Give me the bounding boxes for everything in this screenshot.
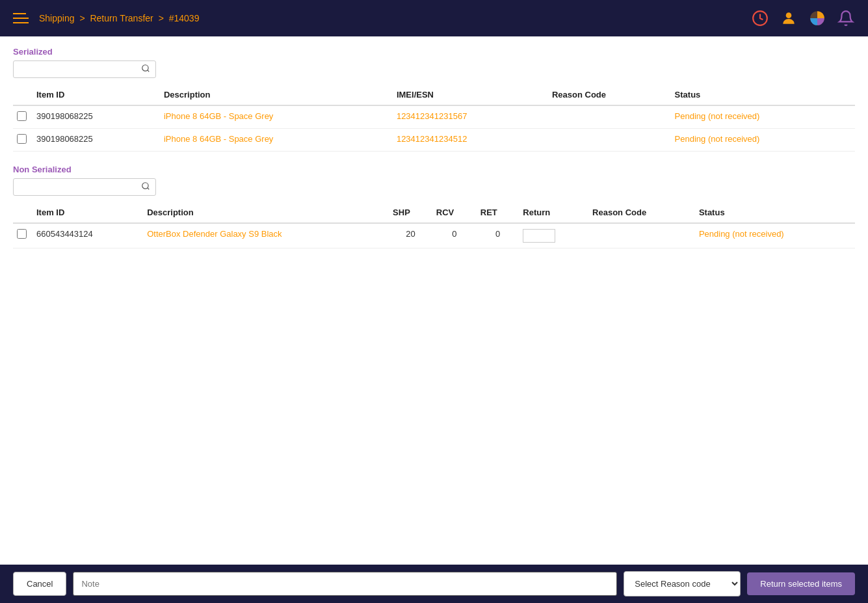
non-serialized-search-input[interactable] [14,179,136,195]
non-serialized-row-checkbox-0[interactable] [17,229,27,239]
chart-icon[interactable] [808,9,826,27]
non-serialized-item-id-0: 660543443124 [33,223,143,248]
non-serialized-table: Item ID Description SHP RCV RET Return R… [13,202,855,248]
breadcrumb: Shipping > Return Transfer > #14039 [39,13,199,23]
non-serialized-col-reason-code: Reason Code [588,202,695,223]
header: Shipping > Return Transfer > #14039 [0,0,868,36]
serialized-col-status: Status [671,85,855,105]
serialized-table-row: 390198068225 iPhone 8 64GB - Space Grey … [13,129,855,152]
serialized-search-bar [13,60,156,78]
svg-line-6 [148,188,150,190]
non-serialized-search-bar [13,178,156,196]
non-serialized-col-check [13,202,33,223]
serialized-row-checkbox-1[interactable] [17,134,27,144]
non-serialized-description-0[interactable]: OtterBox Defender Galaxy S9 Black [143,223,389,248]
serialized-description-0[interactable]: iPhone 8 64GB - Space Grey [160,105,393,129]
cancel-button[interactable]: Cancel [13,572,66,596]
serialized-label: Serialized [13,47,855,57]
serialized-col-check [13,85,33,105]
note-input[interactable] [73,572,617,596]
breadcrumb-sep2: > [159,13,164,23]
serialized-search-button[interactable] [136,61,155,77]
person-icon[interactable] [780,9,798,27]
svg-point-3 [142,65,148,71]
non-serialized-col-return: Return [519,202,588,223]
non-serialized-ret-0: 0 [477,223,519,248]
non-serialized-search-button[interactable] [136,179,155,195]
serialized-description-1[interactable]: iPhone 8 64GB - Space Grey [160,129,393,152]
svg-point-1 [786,12,792,18]
header-left: Shipping > Return Transfer > #14039 [13,13,199,23]
serialized-col-description: Description [160,85,393,105]
serialized-row-checkbox-0[interactable] [17,111,27,121]
non-serialized-col-shp: SHP [389,202,432,223]
non-serialized-col-item-id: Item ID [33,202,143,223]
breadcrumb-order-id: #14039 [169,13,200,23]
breadcrumb-return-transfer[interactable]: Return Transfer [90,13,153,23]
non-serialized-rcv-0: 0 [432,223,477,248]
main-content: Serialized Item ID Description IMEI/ESN … [0,36,868,565]
serialized-col-imei: IMEI/ESN [393,85,548,105]
header-right [751,9,855,27]
return-selected-items-button[interactable]: Return selected items [747,572,855,595]
serialized-table-row: 390198068225 iPhone 8 64GB - Space Grey … [13,105,855,129]
serialized-status-1: Pending (not received) [671,129,855,152]
hamburger-icon[interactable] [13,13,29,23]
serialized-table: Item ID Description IMEI/ESN Reason Code… [13,85,855,152]
bell-icon[interactable] [837,9,855,27]
non-serialized-col-description: Description [143,202,389,223]
non-serialized-col-ret: RET [477,202,519,223]
non-serialized-label: Non Serialized [13,165,855,174]
non-serialized-return-0[interactable] [519,223,588,248]
non-serialized-status-0: Pending (not received) [695,223,855,248]
serialized-col-item-id: Item ID [33,85,160,105]
serialized-imei-0: 123412341231567 [393,105,548,129]
non-serialized-reason-0 [588,223,695,248]
serialized-reason-0 [548,105,671,129]
reason-code-select[interactable]: Select Reason codeDefectiveOverstockWron… [624,571,741,596]
breadcrumb-shipping[interactable]: Shipping [39,13,75,23]
non-serialized-table-row: 660543443124 OtterBox Defender Galaxy S9… [13,223,855,248]
serialized-col-reason-code: Reason Code [548,85,671,105]
serialized-status-0: Pending (not received) [671,105,855,129]
clock-icon[interactable] [751,9,769,27]
svg-point-5 [142,183,148,189]
serialized-reason-1 [548,129,671,152]
footer: Cancel Select Reason codeDefectiveOverst… [0,565,868,603]
serialized-search-input[interactable] [14,61,136,77]
non-serialized-col-rcv: RCV [432,202,477,223]
non-serialized-shp-0: 20 [389,223,432,248]
serialized-item-id-1: 390198068225 [33,129,160,152]
breadcrumb-sep1: > [79,13,85,23]
serialized-item-id-0: 390198068225 [33,105,160,129]
non-serialized-col-status: Status [695,202,855,223]
serialized-imei-1: 123412341234512 [393,129,548,152]
svg-line-4 [148,70,150,72]
